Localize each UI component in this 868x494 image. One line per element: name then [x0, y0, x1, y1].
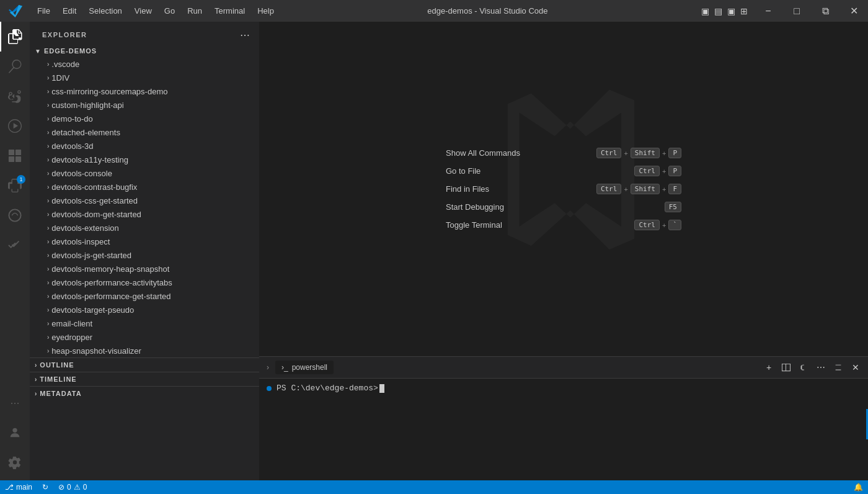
toggle-panel-icon[interactable]: ▤: [714, 6, 722, 16]
folder-chevron-icon: ›: [47, 156, 49, 163]
tree-item-devtools-extension[interactable]: › devtools-extension: [30, 221, 259, 235]
tree-item-devtools-target[interactable]: › devtools-target-pseudo: [30, 303, 259, 317]
key-p: P: [668, 148, 681, 158]
menu-edit[interactable]: Edit: [56, 0, 82, 22]
tree-item-devtools-css[interactable]: › devtools-css-get-started: [30, 194, 259, 207]
tree-item-label: .vscode: [51, 60, 79, 69]
menu-help[interactable]: Help: [251, 0, 280, 22]
tree-item-devtools-console[interactable]: › devtools-console: [30, 166, 259, 180]
tree-item-devtools-3d[interactable]: › devtools-3d: [30, 139, 259, 153]
maximize-button[interactable]: □: [782, 0, 811, 22]
metadata-chevron-icon: ›: [35, 390, 37, 397]
tree-item-css-mirroring[interactable]: › css-mirroring-sourcemaps-demo: [30, 84, 259, 98]
activity-item-explorer[interactable]: [0, 22, 30, 52]
folder-chevron-icon: ›: [47, 197, 49, 204]
tree-item-label: devtools-contrast-bugfix: [51, 182, 137, 192]
tree-item-devtools-perf-activity[interactable]: › devtools-performance-activitytabs: [30, 276, 259, 289]
key-f: F: [668, 184, 681, 194]
tree-item-devtools-perf-get[interactable]: › devtools-performance-get-started: [30, 289, 259, 303]
activity-item-settings[interactable]: [0, 447, 30, 477]
minimize-button[interactable]: −: [754, 0, 782, 22]
tree-item-label: devtools-performance-activitytabs: [51, 278, 172, 287]
tree-item-email-client[interactable]: › email-client: [30, 317, 259, 330]
menu-file[interactable]: File: [31, 0, 56, 22]
timeline-section-header[interactable]: › TIMELINE: [30, 372, 259, 386]
activity-item-run-debug[interactable]: [0, 111, 30, 141]
new-terminal-button[interactable]: +: [761, 360, 776, 375]
key-backtick: `: [668, 220, 681, 230]
menu-selection[interactable]: Selection: [82, 0, 128, 22]
tree-item-heap-snapshot[interactable]: › heap-snapshot-visualizer: [30, 344, 259, 357]
activity-item-more[interactable]: ···: [0, 388, 30, 418]
activity-item-edge-tools[interactable]: [0, 200, 30, 230]
activity-item-source-control[interactable]: [0, 81, 30, 111]
activity-item-accounts[interactable]: [0, 418, 30, 447]
more-terminal-actions-button[interactable]: ⋯: [813, 360, 828, 375]
menu-go[interactable]: Go: [158, 0, 181, 22]
tree-item-devtools-inspect[interactable]: › devtools-inspect: [30, 235, 259, 248]
toggle-primary-sidebar-icon[interactable]: ▣: [701, 6, 709, 16]
customize-layout-icon[interactable]: ⊞: [740, 6, 748, 16]
tree-item-devtools-js[interactable]: › devtools-js-get-started: [30, 248, 259, 262]
command-row-go-to-file: Go to File Ctrl + P: [446, 166, 681, 176]
warning-count: 0: [83, 483, 87, 492]
tree-item-devtools-a11y[interactable]: › devtools-a11y-testing: [30, 153, 259, 166]
tree-item-1div[interactable]: › 1DIV: [30, 71, 259, 84]
menu-view[interactable]: View: [128, 0, 158, 22]
key-f5: F5: [665, 202, 681, 212]
close-panel-button[interactable]: ✕: [848, 360, 863, 375]
svg-rect-1: [16, 150, 21, 155]
titlebar: File Edit Selection View Go Run Terminal…: [0, 0, 868, 22]
explorer-tree[interactable]: ▼ EDGE-DEMOS › .vscode › 1DIV › css-mirr…: [30, 45, 259, 480]
panel-expand-icon[interactable]: ›: [264, 363, 272, 372]
toggle-secondary-sidebar-icon[interactable]: ▣: [727, 6, 735, 16]
close-button[interactable]: ✕: [839, 0, 868, 22]
more-actions-button[interactable]: ⋯: [238, 28, 252, 42]
split-terminal-button[interactable]: [779, 360, 794, 375]
terminal-body[interactable]: PS C:\dev\edge-demos>: [259, 379, 868, 480]
tree-item-demo-todo[interactable]: › demo-to-do: [30, 112, 259, 125]
tree-item-vscode[interactable]: › .vscode: [30, 57, 259, 71]
tree-item-label: devtools-performance-get-started: [51, 292, 170, 301]
kill-terminal-button[interactable]: [796, 360, 811, 375]
tree-item-detached-elements[interactable]: › detached-elements: [30, 125, 259, 139]
tree-item-eyedropper[interactable]: › eyedropper: [30, 330, 259, 344]
tree-item-label: devtools-console: [51, 169, 112, 178]
folder-chevron-icon: ›: [47, 143, 49, 150]
folder-chevron-icon: ›: [47, 170, 49, 177]
command-row-find-in-files: Find in Files Ctrl + Shift + F: [446, 184, 681, 194]
tree-item-devtools-dom[interactable]: › devtools-dom-get-started: [30, 207, 259, 221]
timeline-chevron-icon: ›: [35, 376, 37, 383]
outline-section-header[interactable]: › OUTLINE: [30, 358, 259, 372]
maximize-panel-button[interactable]: [831, 360, 846, 375]
terminal-dot-indicator: [267, 386, 272, 391]
status-errors[interactable]: ⊘ 0 ⚠ 0: [53, 480, 92, 494]
menu-terminal[interactable]: Terminal: [208, 0, 251, 22]
metadata-section-header[interactable]: › METADATA: [30, 387, 259, 400]
command-label: Start Debugging: [446, 202, 504, 212]
status-bar-right: 🔔: [849, 480, 868, 494]
status-branch[interactable]: ⎇ main: [0, 480, 37, 494]
activity-item-remote[interactable]: [0, 141, 30, 171]
activity-item-search[interactable]: [0, 52, 30, 81]
status-notifications[interactable]: 🔔: [849, 480, 868, 494]
edge-demos-section-header[interactable]: ▼ EDGE-DEMOS: [30, 45, 259, 57]
tree-item-label: custom-highlight-api: [51, 101, 123, 110]
sidebar: EXPLORER ⋯ ▼ EDGE-DEMOS › .vscode › 1DIV…: [30, 22, 259, 480]
tree-item-label: devtools-extension: [51, 223, 118, 233]
tree-item-devtools-contrast[interactable]: › devtools-contrast-bugfix: [30, 180, 259, 194]
status-bar: ⎇ main ↻ ⊘ 0 ⚠ 0 🔔: [0, 480, 868, 494]
menu-run[interactable]: Run: [181, 0, 208, 22]
folder-chevron-icon: ›: [47, 115, 49, 122]
restore-button[interactable]: ⧉: [811, 0, 839, 22]
command-label: Show All Commands: [446, 148, 520, 158]
sidebar-header: EXPLORER ⋯: [30, 22, 259, 45]
tree-item-custom-highlight[interactable]: › custom-highlight-api: [30, 98, 259, 112]
notification-icon: 🔔: [854, 483, 863, 492]
status-sync[interactable]: ↻: [37, 480, 53, 494]
terminal-tab-powershell[interactable]: ›_ powershell: [275, 361, 334, 374]
activity-item-extensions[interactable]: 1: [0, 171, 30, 200]
menu-bar: File Edit Selection View Go Run Terminal…: [31, 0, 280, 22]
tree-item-devtools-memory[interactable]: › devtools-memory-heap-snapshot: [30, 262, 259, 276]
activity-item-testing[interactable]: [0, 230, 30, 260]
